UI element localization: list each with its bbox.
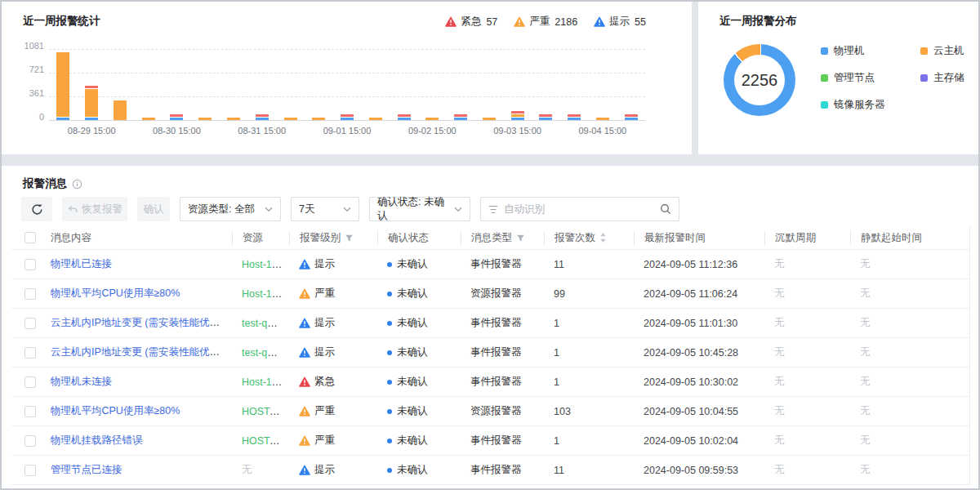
row-checkbox[interactable] — [24, 376, 36, 388]
type-cell: 资源报警器 — [461, 404, 544, 418]
donut-total: 2256 — [734, 55, 785, 105]
search-icon[interactable] — [660, 203, 671, 215]
stats-legend-count: 55 — [635, 16, 646, 28]
bar-segment — [454, 114, 467, 117]
row-checkbox[interactable] — [24, 318, 36, 329]
message-link[interactable]: 物理机已连接 — [51, 258, 112, 270]
restore-alarm-button[interactable]: 恢复报警 — [62, 197, 127, 221]
resource-link[interactable]: Host-172.2... — [242, 376, 289, 388]
donut-legend-item: 物理机 — [821, 44, 920, 58]
row-checkbox[interactable] — [24, 406, 36, 417]
stats-legend-item: 提示55 — [594, 15, 646, 29]
bar-slot — [106, 49, 135, 120]
alert-triangle-icon — [299, 347, 310, 358]
confirm-label: 确认 — [144, 203, 164, 216]
legend-swatch-icon — [821, 47, 828, 55]
resource-link[interactable]: HOST-172.... — [242, 406, 289, 417]
bar-slot — [447, 49, 475, 120]
dist-card-title: 近一周报警分布 — [719, 14, 797, 29]
column-header[interactable]: 报警级别 — [289, 231, 377, 245]
row-checkbox[interactable] — [24, 288, 36, 300]
column-header: 沉默周期 — [764, 231, 850, 245]
period-select[interactable]: 7天 — [291, 197, 359, 221]
bar-slot — [191, 49, 220, 120]
level-label: 严重 — [314, 404, 335, 418]
level-cell: 严重 — [289, 287, 377, 301]
silence-start-cell: 无 — [850, 434, 969, 448]
sort-icon[interactable] — [599, 232, 607, 243]
table-row: 物理机已连接Host-172.2...提示未确认事件报警器112024-09-0… — [11, 250, 969, 279]
donut-chart: 2256 — [724, 44, 795, 116]
status-dot-icon — [387, 439, 392, 443]
resource-link[interactable]: Host-172.2... — [242, 259, 289, 270]
silence-start-cell: 无 — [850, 257, 969, 271]
row-checkbox[interactable] — [24, 259, 36, 270]
row-checkbox[interactable] — [24, 465, 36, 476]
search-input[interactable] — [504, 203, 654, 215]
silence-cell: 无 — [764, 375, 850, 389]
row-checkbox[interactable] — [24, 347, 36, 359]
stats-legend-item: 紧急57 — [445, 15, 497, 29]
x-tick-label: 08-29 15:00 — [49, 126, 134, 136]
message-link[interactable]: 物理机平均CPU使用率≥80% — [51, 287, 180, 299]
alert-triangle-icon — [299, 406, 310, 416]
filter-icon[interactable] — [345, 234, 354, 243]
resource-type-select[interactable]: 资源类型: 全部 — [180, 197, 281, 221]
select-all-checkbox[interactable] — [24, 232, 36, 243]
message-link[interactable]: 云主机内IP地址变更 (需安装性能优化工具) — [51, 317, 232, 328]
ack-label: 未确认 — [397, 434, 428, 448]
message-link[interactable]: 物理机挂载路径错误 — [51, 434, 143, 446]
donut-legend: 物理机云主机管理节点主存储镜像服务器 — [821, 44, 980, 112]
count-cell: 1 — [544, 318, 634, 329]
column-header: 资源 — [232, 231, 289, 245]
resource-link[interactable]: Host-172.2... — [242, 288, 289, 300]
level-label: 紧急 — [314, 375, 335, 389]
alert-triangle-icon — [514, 16, 525, 27]
chevron-down-icon — [343, 207, 351, 212]
resource-link[interactable]: HOST-172.... — [242, 435, 289, 447]
undo-arrow-icon — [67, 204, 78, 215]
refresh-button[interactable] — [21, 197, 52, 221]
bar-slot — [474, 49, 503, 120]
confirm-button[interactable]: 确认 — [137, 197, 170, 221]
column-header[interactable]: 消息类型 — [461, 231, 544, 245]
count-cell: 11 — [544, 465, 634, 476]
message-link[interactable]: 物理机平均CPU使用率≥80% — [51, 405, 180, 416]
level-cell: 提示 — [289, 316, 377, 330]
ack-state-select[interactable]: 确认状态: 未确认 — [369, 197, 470, 221]
silence-cell: 无 — [764, 404, 850, 418]
alert-triangle-icon — [299, 288, 310, 299]
alarms-title: 报警消息 — [23, 176, 67, 191]
count-cell: 1 — [544, 347, 634, 359]
resource-link[interactable]: test-qga-1-... — [242, 347, 289, 359]
alarms-table-body: 物理机已连接Host-172.2...提示未确认事件报警器112024-09-0… — [11, 250, 969, 485]
count-cell: 99 — [544, 288, 634, 300]
table-row: 管理节点已连接无提示未确认事件报警器112024-09-05 09:59:53无… — [11, 456, 969, 485]
count-cell: 1 — [544, 435, 634, 447]
ack-label: 未确认 — [397, 287, 428, 301]
silence-start-cell: 无 — [850, 316, 969, 330]
column-header-label: 报警级别 — [300, 231, 341, 245]
resource-link[interactable]: test-qga-1-... — [242, 318, 289, 329]
column-header-label: 消息内容 — [51, 231, 91, 245]
stats-legend-item: 严重2186 — [514, 15, 577, 29]
message-link[interactable]: 物理机未连接 — [51, 376, 112, 387]
info-icon[interactable] — [72, 179, 82, 189]
filter-icon[interactable] — [516, 234, 525, 243]
message-link[interactable]: 管理节点已连接 — [51, 464, 122, 475]
resource-link: 无 — [242, 464, 252, 475]
level-cell: 严重 — [289, 404, 377, 418]
refresh-icon — [31, 203, 43, 216]
time-cell: 2024-09-05 11:06:24 — [634, 288, 764, 300]
time-cell: 2024-09-05 10:30:02 — [634, 376, 764, 388]
bar-slot — [361, 49, 390, 120]
column-header[interactable]: 报警次数 — [544, 231, 634, 245]
message-link[interactable]: 云主机内IP地址变更 (需安装性能优化工具) — [51, 346, 232, 358]
bar-chart-baseline — [49, 120, 645, 121]
type-cell: 事件报警器 — [461, 375, 544, 389]
row-checkbox[interactable] — [24, 435, 36, 447]
donut-legend-label: 镜像服务器 — [834, 98, 885, 112]
y-tick-label: 1081 — [24, 41, 44, 51]
alert-triangle-icon — [594, 16, 605, 27]
level-label: 提示 — [314, 257, 335, 271]
